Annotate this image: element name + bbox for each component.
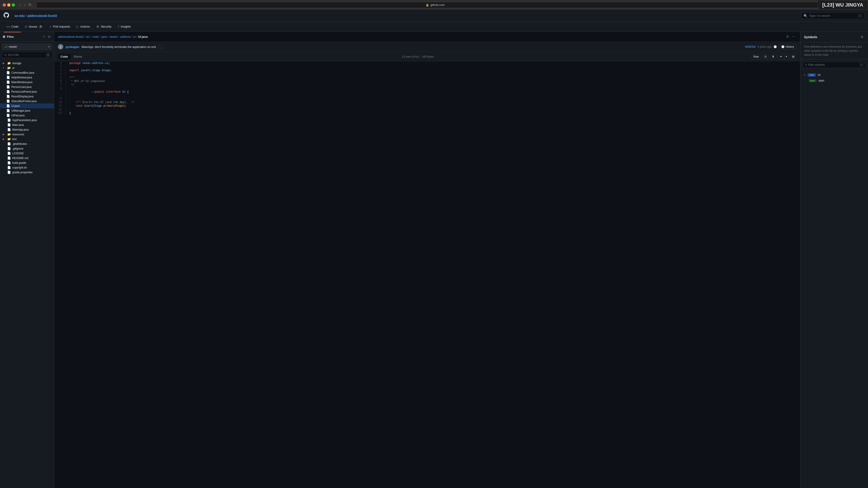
tree-item-personlistpanel[interactable]: 📄 PersonListPanel.java: [0, 89, 54, 94]
tree-item-mainapp[interactable]: 📄 MainApp.java: [0, 127, 54, 132]
edit-dropdown-btn[interactable]: ▾: [784, 54, 789, 59]
symbols-filter[interactable]: ≡ r: [803, 62, 866, 68]
tree-item-ui[interactable]: ▾ 📂 ui: [0, 66, 54, 70]
nav-forward-btn[interactable]: ›: [23, 2, 26, 7]
nav-back-btn[interactable]: ‹: [19, 2, 22, 7]
window-maximize-btn[interactable]: [12, 3, 15, 6]
path-sep: /: [131, 35, 132, 38]
nav-refresh-btn[interactable]: ↻: [27, 2, 33, 7]
tab-code-view[interactable]: Code: [58, 54, 71, 59]
symbols-toggle-btn[interactable]: ⊞: [790, 54, 797, 59]
tab-pull-requests[interactable]: ⤤ Pull requests: [46, 23, 73, 30]
file-icon: 📄: [6, 80, 10, 84]
line-content: [66, 72, 800, 76]
issues-badge: 7: [39, 25, 43, 28]
tree-item-license[interactable]: 📄 LICENSE: [0, 151, 54, 156]
symbols-filter-input[interactable]: [808, 63, 858, 66]
path-sep: /: [84, 35, 85, 38]
tree-item-test[interactable]: ▶ 📁 test: [0, 137, 54, 141]
pr-icon: ⤤: [49, 25, 52, 29]
add-file-btn[interactable]: ＋: [42, 34, 46, 39]
repo-link[interactable]: addressbook-level3: [27, 14, 57, 18]
code-line-8: 8 ▾public interface Ui {: [54, 87, 800, 97]
path-seedu-link[interactable]: seedu: [110, 35, 118, 38]
github-logo: [4, 12, 9, 19]
search-sidebar-btn[interactable]: ⊙: [47, 34, 51, 39]
tree-item-mainwindow[interactable]: 📄 MainWindow.java: [0, 80, 54, 85]
tree-item-commandbox[interactable]: 📄 CommandBox.java: [0, 70, 54, 75]
line-content: [66, 97, 800, 101]
symbol-item-ui[interactable]: ▾ intf Ui: [800, 72, 868, 78]
tree-item-helpwindow[interactable]: 📄 HelpWindow.java: [0, 75, 54, 80]
actions-icon: ▷: [76, 25, 79, 29]
tree-item-main[interactable]: 📄 Main.java: [0, 123, 54, 127]
tree-item-ui-java[interactable]: 📄 Ui.java: [0, 103, 54, 108]
path-ui-link[interactable]: ui: [133, 35, 135, 38]
tree-item-gitignore[interactable]: 📄 .gitignore: [0, 146, 54, 151]
tree-label: UiPart.java: [11, 114, 25, 117]
copy-raw-btn[interactable]: ⎘: [763, 54, 769, 59]
tree-item-resources[interactable]: ▶ 📁 resources: [0, 132, 54, 137]
copy-path-btn[interactable]: ⎘: [785, 34, 790, 39]
global-search[interactable]: 🔍 Type / to search /: [801, 12, 864, 19]
tree-item-readme[interactable]: 📄 README.md: [0, 156, 54, 160]
tree-label: PersonCard.java: [11, 86, 31, 89]
tree-item-buildgradle[interactable]: 📄 build.gradle: [0, 160, 54, 165]
commit-message-toggle[interactable]: …: [158, 45, 163, 48]
tab-issues[interactable]: ⊙ Issues 7: [22, 23, 45, 30]
symbols-close-btn[interactable]: ✕: [860, 34, 864, 39]
tab-blame-view[interactable]: Blame: [71, 54, 85, 59]
code-line-2: 2: [54, 65, 800, 69]
file-breadcrumb: addressbook-level3 / src / main / java /…: [54, 32, 800, 42]
line-content: /** Starts the UI (and the App). */: [66, 101, 800, 104]
tree-item-uipart[interactable]: 📄 UiPart.java: [0, 113, 54, 118]
code-container[interactable]: 1 package seedu.address.ui; 2 3 import j…: [54, 61, 800, 488]
go-to-file-container[interactable]: ⊙ t: [2, 52, 52, 58]
collapse-btn[interactable]: ▾: [92, 90, 94, 94]
path-address-link[interactable]: address: [120, 35, 131, 38]
path-src-link[interactable]: src: [86, 35, 90, 38]
symbol-item-start[interactable]: func start: [800, 78, 868, 84]
raw-btn[interactable]: Raw: [751, 54, 761, 59]
tree-item-copyrighttxt[interactable]: 📄 copyright.txt: [0, 165, 54, 170]
commit-time: 5 years ago: [757, 45, 772, 48]
go-to-file-input[interactable]: [8, 53, 45, 57]
window-minimize-btn[interactable]: [7, 3, 10, 6]
path-main-link[interactable]: main: [92, 35, 99, 38]
tree-item-storage[interactable]: ▶ 📁 storage: [0, 61, 54, 66]
code-icon: <>: [6, 25, 10, 29]
tab-security[interactable]: ⛨ Security: [94, 23, 114, 30]
org-link[interactable]: se-edu: [14, 14, 25, 18]
tab-insights[interactable]: ⤴ Insights: [115, 23, 133, 30]
commit-avatar: p: [58, 44, 63, 50]
tree-label: Main.java: [12, 123, 24, 127]
tree-item-statusbarfooter[interactable]: 📄 StatusBarFooter.java: [0, 99, 54, 103]
tree-item-appparameters[interactable]: 📄 AppParameters.java: [0, 118, 54, 123]
window-close-btn[interactable]: [3, 3, 6, 6]
tree-item-gradleprops[interactable]: 📄 gradle.properties: [0, 170, 54, 175]
folder-icon: 📁: [7, 61, 11, 65]
tree-item-resultdisplay[interactable]: 📄 ResultDisplay.java: [0, 94, 54, 99]
tree-item-uimanager[interactable]: 📄 UiManager.java: [0, 108, 54, 113]
tree-item-personcard[interactable]: 📄 PersonCard.java: [0, 85, 54, 89]
path-repo-link[interactable]: addressbook-level3: [58, 35, 84, 38]
search-icon: 🔍: [804, 14, 807, 18]
commit-hash[interactable]: 8e0633e: [745, 45, 756, 48]
tree-item-gitattributes[interactable]: 📄 .gitattributes: [0, 141, 54, 146]
line-number: 5: [54, 76, 66, 79]
commit-author[interactable]: pyokagan: [66, 45, 79, 48]
symbols-description: Find definitions and references for func…: [800, 42, 868, 59]
more-options-btn[interactable]: ⋯: [791, 34, 797, 39]
download-raw-btn[interactable]: ⬇: [770, 54, 776, 59]
history-btn[interactable]: 🕐 History: [779, 44, 797, 50]
tab-code[interactable]: <> Code: [4, 23, 21, 30]
edit-btn[interactable]: ✏: [778, 54, 784, 59]
file-icon: 📄: [6, 76, 10, 79]
path-java-link[interactable]: java: [101, 35, 107, 38]
tab-actions[interactable]: ▷ Actions: [74, 23, 93, 30]
branch-selector[interactable]: ⎇ master ▾: [2, 43, 52, 50]
line-number: 4: [54, 72, 66, 76]
path-sep: /: [119, 35, 119, 38]
sidebar-title: ⊞ Files: [3, 35, 14, 38]
address-bar[interactable]: 🔒 github.com: [36, 2, 834, 8]
